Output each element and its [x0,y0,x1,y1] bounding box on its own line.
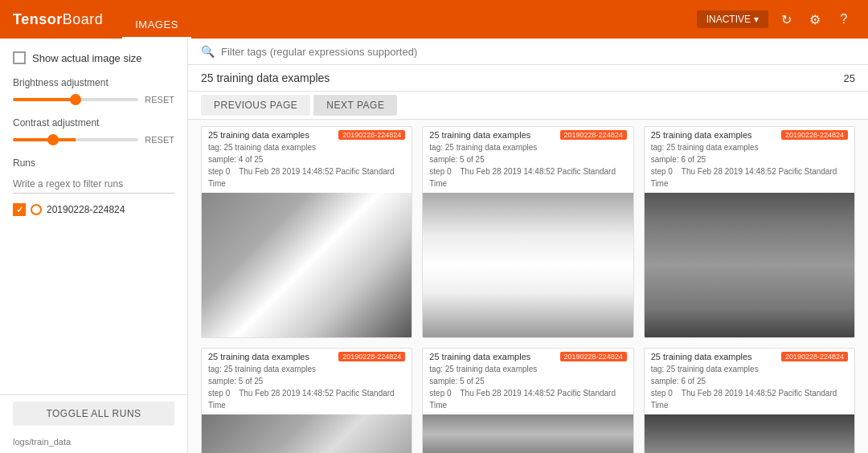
image-card-meta: tag: 25 training data examples sample: 6… [645,363,854,414]
settings-icon[interactable]: ⚙ [804,8,826,31]
next-page-button[interactable]: NEXT PAGE [313,95,397,116]
search-input[interactable] [221,46,855,58]
item-count: 25 [844,72,855,84]
image-placeholder [645,193,854,337]
image-placeholder [423,193,633,337]
image-card: 25 training data examples 20190228-22482… [201,126,412,338]
step-timestamp-line: step 0 Thu Feb 28 2019 14:48:52 Pacific … [429,165,626,190]
status-dropdown[interactable]: INACTIVE ▾ [697,10,768,28]
image-card: 25 training data examples 20190228-22482… [422,348,633,453]
run-name-label: 20190228-224824 [47,204,125,215]
sample-line: sample: 5 of 25 [208,375,405,387]
tag-line: tag: 25 training data examples [651,363,848,375]
runs-label: Runs [13,157,174,169]
brightness-slider[interactable] [13,98,138,101]
image-placeholder [202,193,411,337]
show-actual-size-label: Show actual image size [32,52,142,64]
show-actual-size-row: Show actual image size [13,51,174,64]
status-label: INACTIVE [706,14,751,25]
help-icon[interactable]: ? [833,8,855,31]
logs-path: logs/train_data [0,432,187,453]
run-badge: 20190228-224824 [338,352,405,361]
image-placeholder [202,414,411,453]
contrast-reset-button[interactable]: RESET [145,135,174,145]
image-card-meta: tag: 25 training data examples sample: 5… [202,363,411,414]
image-card: 25 training data examples 20190228-22482… [644,348,855,453]
contrast-section: Contrast adjustment RESET [13,117,174,145]
image-card-header: 25 training data examples 20190228-22482… [202,349,411,363]
image-card-title: 25 training data examples [651,352,752,361]
image-card-title: 25 training data examples [651,130,752,140]
runs-section: Runs 20190228-224824 [13,157,174,216]
step-timestamp-line: step 0 Thu Feb 28 2019 14:48:52 Pacific … [208,387,405,411]
contrast-slider-row: RESET [13,135,174,145]
run-badge: 20190228-224824 [781,130,848,140]
app-header: TensorBoard IMAGES INACTIVE ▾ ↻ ⚙ ? [0,0,868,39]
brightness-label: Brightness adjustment [13,77,174,88]
show-actual-size-checkbox[interactable] [13,51,26,64]
step-timestamp-line: step 0 Thu Feb 28 2019 14:48:52 Pacific … [651,387,848,411]
contrast-label: Contrast adjustment [13,117,174,129]
image-card-meta: tag: 25 training data examples sample: 6… [645,141,854,193]
tag-line: tag: 25 training data examples [208,141,405,153]
image-card-title: 25 training data examples [208,352,309,361]
search-bar: 🔍 [188,39,868,65]
image-card-header: 25 training data examples 20190228-22482… [423,349,633,363]
nav-images[interactable]: IMAGES [122,18,191,39]
tag-line: tag: 25 training data examples [429,363,626,375]
image-card-header: 25 training data examples 20190228-22482… [645,349,854,363]
status-arrow-icon: ▾ [754,14,759,25]
run-color-indicator [31,204,42,215]
image-card: 25 training data examples 20190228-22482… [422,126,633,338]
run-checkbox[interactable] [13,203,26,216]
image-card-header: 25 training data examples 20190228-22482… [202,127,411,141]
section-title: 25 training data examples [201,71,330,84]
image-card-meta: tag: 25 training data examples sample: 5… [423,363,633,414]
brightness-section: Brightness adjustment RESET [13,77,174,104]
sidebar-footer: TOGGLE ALL RUNS [0,394,187,432]
tag-line: tag: 25 training data examples [429,141,626,153]
step-timestamp-line: step 0 Thu Feb 28 2019 14:48:52 Pacific … [429,387,626,411]
step-timestamp-line: step 0 Thu Feb 28 2019 14:48:52 Pacific … [208,165,405,190]
main-layout: Show actual image size Brightness adjust… [0,39,868,453]
sample-line: sample: 4 of 25 [208,153,405,165]
run-badge: 20190228-224824 [338,130,405,140]
tag-line: tag: 25 training data examples [651,141,848,153]
image-card-meta: tag: 25 training data examples sample: 5… [423,141,633,193]
images-area: 25 training data examples 20190228-22482… [188,120,868,453]
image-card-title: 25 training data examples [208,130,309,140]
pagination-bar: PREVIOUS PAGE NEXT PAGE [188,92,868,120]
sample-line: sample: 6 of 25 [651,375,848,387]
sidebar-content: Show actual image size Brightness adjust… [0,39,187,394]
sample-line: sample: 5 of 25 [429,153,626,165]
step-timestamp-line: step 0 Thu Feb 28 2019 14:48:52 Pacific … [651,165,848,190]
search-icon: 🔍 [201,45,215,58]
images-grid: 25 training data examples 20190228-22482… [201,126,855,453]
run-badge: 20190228-224824 [781,352,848,361]
toggle-all-runs-button[interactable]: TOGGLE ALL RUNS [13,402,174,426]
image-placeholder [645,414,854,453]
image-card: 25 training data examples 20190228-22482… [201,348,412,453]
sidebar: Show actual image size Brightness adjust… [0,39,188,453]
tag-line: tag: 25 training data examples [208,363,405,375]
refresh-icon[interactable]: ↻ [775,8,797,31]
image-card-header: 25 training data examples 20190228-22482… [645,127,854,141]
app-logo: TensorBoard [13,11,103,28]
run-badge: 20190228-224824 [560,130,627,140]
content-header: 25 training data examples 25 [188,65,868,92]
brightness-reset-button[interactable]: RESET [145,95,174,104]
run-badge: 20190228-224824 [560,352,627,361]
image-card-meta: tag: 25 training data examples sample: 4… [202,141,411,193]
run-item: 20190228-224824 [13,203,174,216]
image-card-header: 25 training data examples 20190228-22482… [423,127,633,141]
image-placeholder [423,414,633,453]
prev-page-button[interactable]: PREVIOUS PAGE [201,95,310,116]
contrast-slider[interactable] [13,138,138,141]
runs-filter-input[interactable] [13,175,174,194]
header-right: INACTIVE ▾ ↻ ⚙ ? [697,8,855,31]
image-card-title: 25 training data examples [429,130,530,140]
image-card: 25 training data examples 20190228-22482… [644,126,855,338]
sample-line: sample: 5 of 25 [429,375,626,387]
image-card-title: 25 training data examples [429,352,530,361]
sample-line: sample: 6 of 25 [651,153,848,165]
